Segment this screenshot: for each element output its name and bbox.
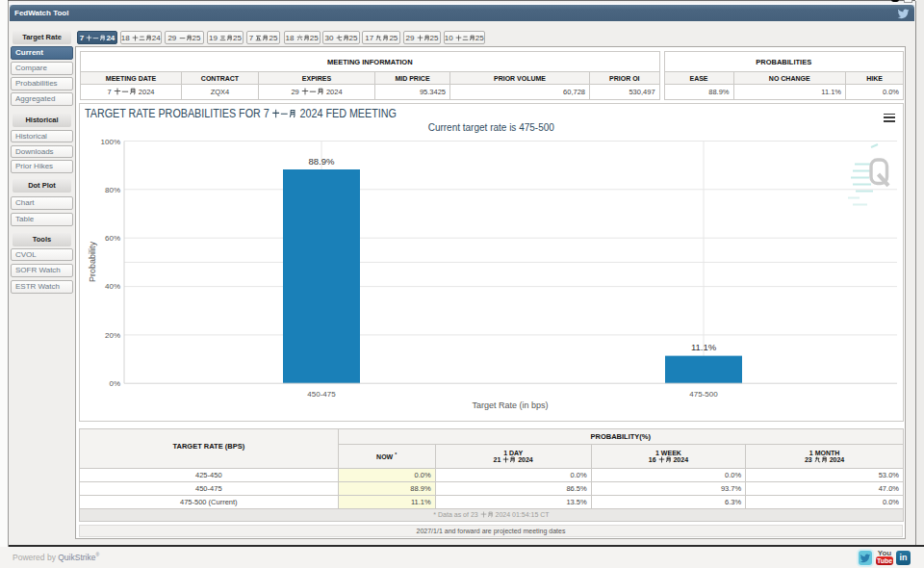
svg-text:450-475: 450-475: [307, 390, 336, 399]
svg-text:0%: 0%: [109, 379, 120, 388]
svg-text:Probability: Probability: [88, 241, 97, 282]
svg-text:20%: 20%: [105, 330, 120, 339]
svg-text:88.9%: 88.9%: [309, 155, 335, 166]
svg-text:Target Rate (in bps): Target Rate (in bps): [472, 400, 548, 410]
svg-text:60%: 60%: [105, 234, 120, 243]
svg-text:11.1%: 11.1%: [691, 341, 717, 351]
svg-text:80%: 80%: [105, 185, 120, 194]
svg-text:475-500: 475-500: [689, 390, 718, 399]
svg-text:100%: 100%: [101, 137, 120, 145]
svg-text:40%: 40%: [105, 282, 120, 291]
